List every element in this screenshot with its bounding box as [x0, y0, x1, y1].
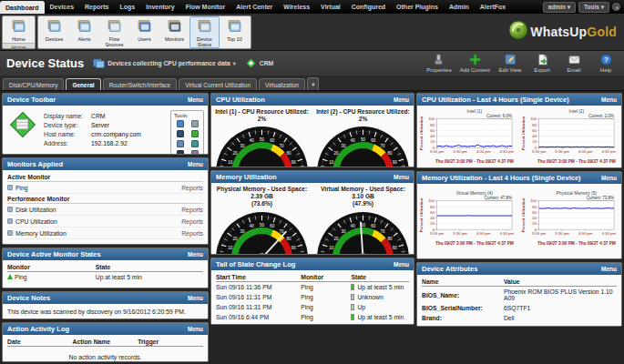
- menu-button[interactable]: Menu: [188, 96, 203, 103]
- device-group-icon: [93, 58, 105, 69]
- ping-tool-icon[interactable]: [177, 140, 184, 147]
- email-button[interactable]: Email: [562, 54, 586, 73]
- menu-item-dashboard[interactable]: Dashboard: [0, 1, 45, 14]
- states-table-header: Monitor State: [7, 262, 203, 272]
- reports-link[interactable]: Reports: [181, 207, 203, 213]
- menu-button[interactable]: Menu: [394, 96, 409, 103]
- svg-text:50: 50: [361, 137, 365, 142]
- menu-item-alertfox[interactable]: AlertFox: [475, 0, 511, 14]
- menu-item-devices[interactable]: Devices: [45, 0, 79, 14]
- gauge-label: Intel (1) - CPU Resource Utilized: 2%: [211, 106, 312, 124]
- telnet-tool-icon[interactable]: [177, 150, 184, 154]
- menu-button[interactable]: Menu: [188, 251, 203, 258]
- device-tools-icons: [174, 120, 200, 154]
- cpu-history-charts: Intel (1)Current: 6.0%0204060801003:00 p…: [417, 106, 621, 167]
- table-row: Sun 09/16 11:31 PMPingUnknown: [216, 292, 409, 302]
- menu-button[interactable]: Menu: [188, 161, 203, 167]
- ribbon-item-flow-sources[interactable]: Flow Sources: [99, 16, 129, 48]
- svg-text:Intel (2): Intel (2): [569, 109, 585, 114]
- manage-device-icon[interactable]: [191, 130, 199, 137]
- menu-button[interactable]: Menu: [188, 326, 203, 332]
- menu-item-virtual[interactable]: Virtual: [315, 0, 346, 14]
- menu-item-reports[interactable]: Reports: [79, 0, 114, 14]
- export-button[interactable]: Export: [530, 54, 554, 73]
- reports-link[interactable]: Reports: [181, 185, 203, 191]
- tab-general[interactable]: General: [66, 78, 100, 90]
- svg-text:Percent Utilization: Percent Utilization: [521, 116, 526, 150]
- right-column: CPU Utilization - Last 4 Hours (Single D…: [416, 93, 622, 362]
- panel-title: Device Toolbar: [7, 96, 56, 104]
- svg-text:80: 80: [430, 123, 435, 127]
- monitor-states-body: Monitor State Ping Up at least 5 min: [3, 260, 208, 288]
- menu-item-logs[interactable]: Logs: [114, 0, 140, 14]
- menu-item-admin[interactable]: Admin: [444, 0, 475, 14]
- add-content-button[interactable]: Add Content: [460, 54, 490, 73]
- ping-monitor-icon: [7, 185, 13, 190]
- reports-link[interactable]: Reports: [181, 230, 203, 237]
- add-content-icon: [469, 54, 481, 66]
- snmp-viewer-icon[interactable]: [191, 140, 199, 147]
- device-toolbar-panel: Device Toolbar Menu Display name:CRM Dev…: [2, 93, 209, 155]
- cpu-history-panel: CPU Utilization - Last 4 Hours (Single D…: [416, 93, 622, 168]
- svg-text:80: 80: [388, 151, 393, 156]
- remote-desktop-icon[interactable]: [177, 130, 184, 137]
- ribbon-item-monitors[interactable]: Monitors: [159, 16, 189, 48]
- web-browse-icon[interactable]: [177, 120, 184, 127]
- svg-text:4:00 pm: 4:00 pm: [476, 149, 491, 154]
- ribbon-item-devices[interactable]: Devices: [39, 16, 69, 48]
- menu-item-wireless[interactable]: Wireless: [278, 0, 315, 14]
- help-button[interactable]: ?Help: [594, 54, 618, 73]
- device-notes-panel: Device Notes Menu This device was scanne…: [2, 291, 209, 319]
- svg-text:Current: 73.8%: Current: 73.8%: [587, 196, 614, 200]
- reports-link[interactable]: Reports: [181, 218, 203, 225]
- menu-item-other-plugins[interactable]: Other Plugins: [391, 0, 444, 14]
- menu-button[interactable]: Menu: [394, 174, 409, 180]
- device-properties-icon[interactable]: [191, 150, 199, 154]
- svg-text:Percent Utilization: Percent Utilization: [419, 197, 424, 232]
- ribbon-item-users[interactable]: Users: [129, 16, 159, 48]
- top-10-icon: [228, 19, 241, 35]
- ribbon-item-alerts[interactable]: Alerts: [69, 16, 99, 48]
- menu-item-alert-center[interactable]: Alert Center: [230, 0, 278, 14]
- tools-menu-button[interactable]: Tools ▾: [578, 2, 609, 13]
- page-title: Device Status: [6, 56, 84, 70]
- menu-button[interactable]: Menu: [188, 295, 203, 301]
- device-attributes-panel: Device Attributes Menu Name Value BIOS_N…: [416, 262, 622, 327]
- menu-item-inventory[interactable]: Inventory: [140, 0, 180, 14]
- state-badge: [351, 314, 354, 320]
- tab-disk-cpu-memory[interactable]: Disk/CPU/Memory: [3, 78, 64, 90]
- menu-item-flow-monitor[interactable]: Flow Monitor: [180, 0, 231, 14]
- network-tools-icon[interactable]: [191, 120, 199, 127]
- svg-text:100: 100: [428, 116, 435, 121]
- monitor-name: Ping: [15, 185, 28, 191]
- svg-text:Intel (1): Intel (1): [467, 109, 483, 114]
- tab-overflow-button[interactable]: ▾: [307, 77, 319, 90]
- menu-button[interactable]: Menu: [601, 175, 617, 181]
- menu-button[interactable]: Menu: [601, 96, 617, 103]
- up-state-icon: [7, 274, 13, 279]
- menu-item-configured[interactable]: Configured: [346, 0, 391, 14]
- disk-utilization-monitor-icon: [7, 207, 13, 212]
- users-icon: [138, 19, 151, 35]
- properties-button[interactable]: Properties: [426, 54, 451, 73]
- device-selector[interactable]: CRM: [245, 57, 273, 70]
- ribbon-item-home[interactable]: Home: [4, 16, 34, 43]
- session-round-icon[interactable]: [612, 3, 620, 11]
- menu-button[interactable]: Menu: [601, 266, 617, 272]
- svg-text:40: 40: [250, 139, 254, 144]
- tab-virtualization[interactable]: Virtualization: [259, 78, 305, 90]
- ribbon-item-top-10[interactable]: Top 10: [220, 16, 250, 48]
- device-group-selector[interactable]: Devices collecting CPU performance data …: [93, 58, 236, 69]
- field-device-type: Device type:Server: [44, 121, 164, 130]
- tab-router-switch-interface[interactable]: Router/Switch/Interface: [103, 78, 178, 90]
- panel-title: Device Notes: [7, 294, 50, 302]
- gauge: 0102030405060708090100: [211, 209, 312, 254]
- svg-text:3:00 pm: 3:00 pm: [532, 231, 547, 236]
- ribbon-item-device-status[interactable]: Device Status: [189, 16, 220, 48]
- menu-button[interactable]: Menu: [394, 261, 409, 268]
- edit-view-button[interactable]: Edit View: [498, 54, 522, 73]
- tab-virtual-current-utilization[interactable]: Virtual Current Utilization: [179, 78, 257, 90]
- user-menu-button[interactable]: admin ▾: [543, 2, 576, 13]
- menubar-items: DashboardDevicesReportsLogsInventoryFlow…: [0, 0, 511, 14]
- table-row: Category:Windows Server: [422, 323, 617, 326]
